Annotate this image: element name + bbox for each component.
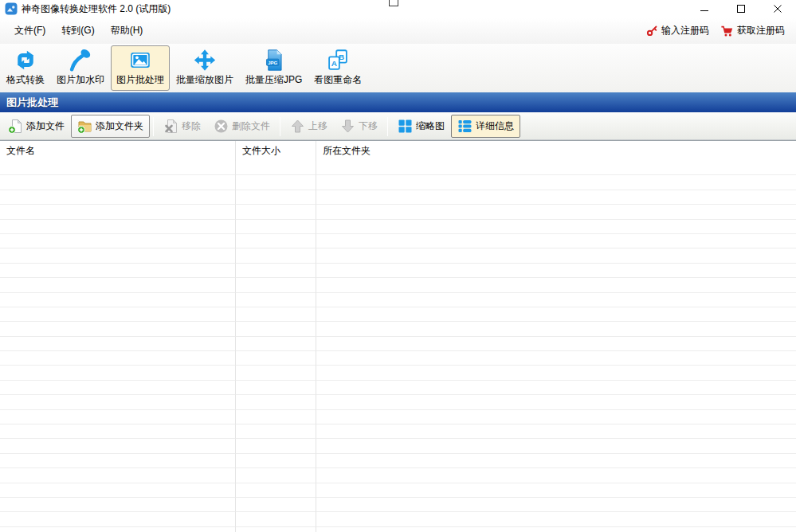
section-banner: 图片批处理 <box>0 92 796 112</box>
table-row <box>0 351 796 366</box>
format-convert-button[interactable]: 格式转换 <box>1 45 50 91</box>
actionbar-separator <box>387 117 388 136</box>
add-file-button[interactable]: 添加文件 <box>2 115 71 138</box>
main-toolbar: 格式转换 图片加水印 图片批处理 <box>0 44 796 92</box>
get-register-code-label: 获取注册码 <box>737 24 785 37</box>
details-button[interactable]: 详细信息 <box>451 115 520 138</box>
delete-file-button[interactable]: 删除文件 <box>207 115 276 138</box>
table-row <box>0 483 796 498</box>
add-folder-label: 添加文件夹 <box>96 119 143 133</box>
move-up-label: 上移 <box>308 119 327 133</box>
table-row <box>0 307 796 322</box>
watermark-button[interactable]: 图片加水印 <box>51 45 110 91</box>
section-title: 图片批处理 <box>6 96 58 110</box>
move-down-button[interactable]: 下移 <box>334 115 384 138</box>
minimize-icon <box>700 4 709 14</box>
batch-compress-jpg-button[interactable]: JPG 批量压缩JPG <box>240 45 308 91</box>
minimize-button[interactable] <box>686 0 723 18</box>
table-row <box>0 337 796 351</box>
remove-file-icon <box>163 119 178 134</box>
table-row <box>0 395 796 409</box>
column-header-filesize[interactable]: 文件大小 <box>236 141 316 161</box>
table-row <box>0 512 796 526</box>
svg-text:A: A <box>331 59 337 68</box>
details-list-icon <box>457 119 473 134</box>
table-row <box>0 205 796 219</box>
table-row <box>0 366 796 380</box>
table-row <box>0 175 796 190</box>
actionbar: 添加文件 添加文件夹 移除 <box>0 112 796 141</box>
table-row <box>0 424 796 439</box>
add-file-label: 添加文件 <box>26 119 65 133</box>
batch-image-icon <box>127 49 153 72</box>
remove-label: 移除 <box>182 119 201 133</box>
cart-icon <box>720 25 734 37</box>
table-row <box>0 234 796 248</box>
table-row <box>0 220 796 234</box>
maximize-icon <box>736 4 746 14</box>
batch-compress-jpg-label: 批量压缩JPG <box>245 73 302 87</box>
table-row <box>0 322 796 336</box>
delete-file-label: 删除文件 <box>232 119 270 133</box>
key-icon <box>646 25 658 37</box>
maximize-button[interactable] <box>723 0 759 18</box>
remove-button[interactable]: 移除 <box>157 115 207 138</box>
details-label: 详细信息 <box>476 119 514 133</box>
column-header-filename[interactable]: 文件名 <box>0 141 236 161</box>
table-row <box>0 248 796 263</box>
move-up-icon <box>290 119 305 134</box>
titlebar-artifact <box>389 0 398 6</box>
move-down-icon <box>340 119 355 134</box>
table-row <box>0 410 796 424</box>
enter-register-code-button[interactable]: 输入注册码 <box>646 24 709 37</box>
close-icon <box>773 4 782 14</box>
move-down-label: 下移 <box>359 119 378 133</box>
close-button[interactable] <box>759 0 796 18</box>
app-icon <box>5 2 18 15</box>
add-folder-icon <box>77 119 92 134</box>
table-row <box>0 190 796 205</box>
get-register-code-button[interactable]: 获取注册码 <box>720 24 785 37</box>
table-row <box>0 454 796 468</box>
table-row <box>0 498 796 512</box>
table-row <box>0 468 796 483</box>
batch-image-label: 图片批处理 <box>116 73 164 87</box>
batch-resize-button[interactable]: 批量缩放图片 <box>171 45 239 91</box>
table-row <box>0 278 796 292</box>
watermark-label: 图片加水印 <box>57 73 104 87</box>
thumbnails-button[interactable]: 缩略图 <box>391 115 451 138</box>
table-row <box>0 439 796 453</box>
table-row <box>0 527 796 532</box>
menubar: 文件(F) 转到(G) 帮助(H) 输入注册码 获取注册码 <box>0 18 796 44</box>
batch-compress-jpg-icon: JPG <box>261 49 287 72</box>
thumbnails-icon <box>398 119 413 134</box>
table-row <box>0 381 796 395</box>
table-body <box>0 161 796 532</box>
window-title: 神奇图像转换处理软件 2.0 (试用版) <box>22 2 171 16</box>
delete-file-icon <box>214 119 229 134</box>
app-window: 神奇图像转换处理软件 2.0 (试用版) 文件(F) 转到(G) 帮助(H) <box>0 0 796 532</box>
menu-help[interactable]: 帮助(H) <box>103 21 151 41</box>
batch-image-button[interactable]: 图片批处理 <box>111 45 170 91</box>
move-up-button[interactable]: 上移 <box>284 115 334 138</box>
format-convert-icon <box>13 49 38 72</box>
menu-goto[interactable]: 转到(G) <box>53 21 102 41</box>
thumbnails-label: 缩略图 <box>416 119 445 133</box>
batch-resize-icon <box>192 49 218 72</box>
format-convert-label: 格式转换 <box>6 73 45 87</box>
table-row <box>0 161 796 175</box>
svg-text:JPG: JPG <box>268 61 277 65</box>
actionbar-separator <box>153 117 154 136</box>
table-header: 文件名 文件大小 所在文件夹 <box>0 141 796 161</box>
rename-label: 看图重命名 <box>314 73 362 87</box>
rename-button[interactable]: B A 看图重命名 <box>308 45 367 91</box>
menu-file[interactable]: 文件(F) <box>6 21 53 41</box>
add-file-icon <box>8 119 23 134</box>
watermark-brush-icon <box>68 49 93 72</box>
add-folder-button[interactable]: 添加文件夹 <box>71 115 150 138</box>
table-row <box>0 293 796 307</box>
enter-register-code-label: 输入注册码 <box>661 24 709 37</box>
batch-resize-label: 批量缩放图片 <box>176 73 233 87</box>
column-header-folder[interactable]: 所在文件夹 <box>316 141 796 161</box>
actionbar-separator <box>280 117 280 136</box>
